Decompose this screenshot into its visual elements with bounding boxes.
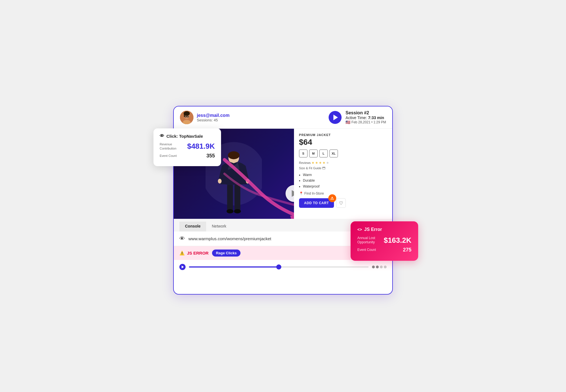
event-count-row: Event Count 355	[160, 153, 215, 159]
tab-network[interactable]: Network	[206, 222, 232, 231]
user-email: jess@mail.com	[197, 113, 229, 118]
add-to-cart-area: ADD TO CART ⚠ ♡	[299, 198, 387, 208]
session-info: Session #2 Active Time: 7:33 min 🇺🇸 Feb …	[329, 110, 386, 124]
lost-opportunity-row: Annual LostOpportunity $163.2K	[357, 236, 411, 245]
avatar	[180, 111, 193, 124]
url-text: www.warmplus.com/womens/premiumjacket	[188, 236, 271, 241]
active-time: Active Time: 7:33 min	[346, 115, 386, 120]
click-card-title: 👁 Click: TopNavSale	[160, 133, 215, 139]
lost-opportunity-value: $163.2K	[384, 236, 411, 245]
js-event-count-label: Event Count	[357, 248, 376, 252]
active-time-label: Active Time:	[346, 115, 367, 120]
revenue-row: RevenueContribution $481.9K	[160, 142, 215, 151]
eye-icon: 👁	[179, 235, 185, 242]
reviews-row: Reviews ★★★★★	[299, 161, 387, 165]
play-button[interactable]	[329, 111, 342, 124]
user-sessions: Sessions: 45	[197, 118, 229, 122]
product-features: Warm Durable Waterproof	[299, 172, 387, 189]
star-empty: ★	[326, 161, 330, 165]
rage-clicks-badge: Rage Clicks	[212, 250, 241, 257]
user-details: jess@mail.com Sessions: 45	[197, 113, 229, 122]
svg-rect-14	[235, 184, 240, 211]
feature-waterproof: Waterproof	[303, 184, 387, 189]
size-fit-icon: 🗖	[322, 166, 325, 170]
event-count-value: 355	[206, 153, 215, 159]
wishlist-button[interactable]: ♡	[336, 198, 346, 208]
product-details: PREMIUM JACKET $64 S M L XL Reviews ★★★★…	[294, 129, 392, 219]
size-fit-label: Size & Fit Guide	[299, 166, 321, 170]
warning-icon: ⚠	[328, 194, 336, 202]
find-store[interactable]: 📍 Find In-Store	[299, 191, 387, 195]
session-date-text: Feb 28,2021 • 1:29 PM	[351, 120, 386, 124]
lost-opportunity-label: Annual LostOpportunity	[357, 236, 375, 245]
timeline-thumb[interactable]	[276, 264, 281, 270]
size-fit-row: Size & Fit Guide 🗖	[299, 166, 387, 170]
code-icon: <>	[357, 227, 362, 232]
timeline-track[interactable]	[189, 266, 369, 268]
timeline-area	[174, 260, 392, 274]
click-eye-icon: 👁	[160, 133, 164, 139]
click-card: 👁 Click: TopNavSale RevenueContribution …	[153, 128, 221, 166]
product-price: $64	[299, 138, 387, 147]
revenue-label: RevenueContribution	[160, 142, 176, 150]
flag-icon: 🇺🇸	[346, 120, 350, 124]
js-event-count-row: Event Count 275	[357, 247, 411, 253]
svg-point-16	[234, 209, 241, 213]
svg-point-11	[218, 179, 222, 184]
error-warning-icon: ⚠️	[179, 251, 185, 256]
stars: ★★★★	[311, 161, 326, 165]
product-label: PREMIUM JACKET	[299, 133, 387, 137]
user-info: jess@mail.com Sessions: 45	[180, 111, 229, 124]
session-details: Session #2 Active Time: 7:33 min 🇺🇸 Feb …	[346, 110, 386, 124]
timeline-dot-1	[372, 266, 375, 268]
js-event-count-value: 275	[403, 247, 411, 253]
svg-point-10	[228, 151, 240, 159]
click-card-title-text: Click: TopNavSale	[166, 134, 203, 139]
js-error-card: <> JS Error Annual LostOpportunity $163.…	[351, 221, 418, 261]
scene: jess@mail.com Sessions: 45 Session #2 Ac…	[156, 97, 410, 295]
timeline-dot-4	[384, 266, 387, 268]
js-error-title-text: JS Error	[364, 227, 382, 232]
tab-console[interactable]: Console	[179, 222, 206, 231]
header-bar: jess@mail.com Sessions: 45 Session #2 Ac…	[174, 106, 392, 129]
event-count-label: Event Count	[160, 154, 177, 158]
find-store-text: Find In-Store	[304, 191, 324, 195]
svg-point-12	[246, 179, 250, 184]
timeline-play-button[interactable]	[179, 264, 186, 270]
error-label: ⚠️ JS ERROR	[179, 251, 209, 256]
feature-durable: Durable	[303, 178, 387, 183]
size-l[interactable]: L	[319, 150, 328, 157]
size-xl[interactable]: XL	[329, 150, 338, 157]
feature-warm: Warm	[303, 172, 387, 178]
active-time-value: 7:33 min	[368, 115, 384, 120]
cursor-arrow	[286, 185, 294, 202]
size-options: S M L XL	[299, 150, 387, 157]
session-date: 🇺🇸 Feb 28,2021 • 1:29 PM	[346, 120, 386, 124]
reviews-label: Reviews	[299, 161, 311, 164]
cursor-overlay	[286, 185, 294, 202]
pin-icon: 📍	[299, 191, 303, 195]
svg-point-15	[227, 209, 233, 213]
timeline-dots	[372, 266, 387, 268]
timeline-dot-2	[376, 266, 379, 268]
svg-rect-13	[227, 184, 233, 211]
size-s[interactable]: S	[299, 150, 307, 157]
revenue-value: $481.9K	[187, 142, 215, 151]
error-label-text: JS ERROR	[187, 251, 209, 255]
timeline-progress	[189, 266, 279, 268]
session-number: Session #2	[346, 110, 386, 115]
js-error-title: <> JS Error	[357, 227, 411, 232]
size-m[interactable]: M	[309, 150, 318, 157]
timeline-dot-3	[380, 266, 383, 268]
